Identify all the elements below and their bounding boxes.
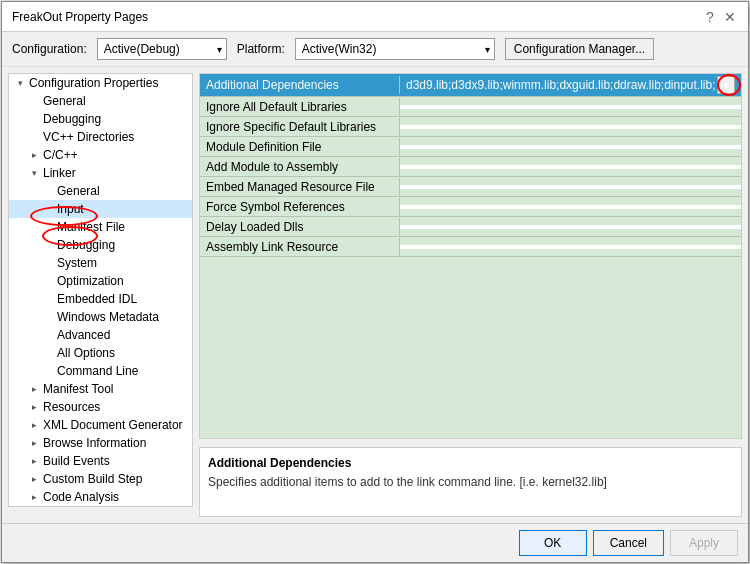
tree-label-browse-info: Browse Information [41, 436, 146, 450]
tree-label-linker-system: System [55, 256, 97, 270]
tree-item-browse-info[interactable]: ▸Browse Information [9, 434, 192, 452]
expander-browse-info[interactable]: ▸ [27, 436, 41, 450]
tree-item-xml-doc-gen[interactable]: ▸XML Document Generator [9, 416, 192, 434]
property-value-7[interactable] [400, 225, 741, 229]
expander-linker-embedded-idl [41, 292, 55, 306]
expander-manifest-tool[interactable]: ▸ [27, 382, 41, 396]
right-panel-wrapper: Additional Dependenciesd3d9.lib;d3dx9.li… [199, 73, 742, 517]
tree-label-linker: Linker [41, 166, 76, 180]
tree-item-config-properties[interactable]: ▾Configuration Properties [9, 74, 192, 92]
apply-button[interactable]: Apply [670, 530, 738, 556]
expander-linker-debugging [41, 238, 55, 252]
help-button[interactable]: ? [702, 9, 718, 25]
description-title: Additional Dependencies [208, 456, 733, 470]
configuration-value: Active(Debug) [104, 42, 180, 56]
description-text: Specifies additional items to add to the… [208, 474, 733, 491]
tree-item-linker-input[interactable]: Input [9, 200, 192, 218]
property-key-0: Additional Dependencies [200, 76, 400, 94]
tree-item-vcpp-dirs[interactable]: VC++ Directories [9, 128, 192, 146]
property-value-5[interactable] [400, 185, 741, 189]
tree-label-debugging: Debugging [41, 112, 101, 126]
tree-item-resources[interactable]: ▸Resources [9, 398, 192, 416]
properties-grid: Additional Dependenciesd3d9.lib;d3dx9.li… [199, 73, 742, 439]
tree-item-linker-debugging[interactable]: Debugging [9, 236, 192, 254]
tree-label-linker-command-line: Command Line [55, 364, 138, 378]
expander-linker-manifest [41, 220, 55, 234]
expander-linker-windows-metadata [41, 310, 55, 324]
tree-label-config-properties: Configuration Properties [27, 76, 158, 90]
tree-label-linker-windows-metadata: Windows Metadata [55, 310, 159, 324]
close-button[interactable]: ✕ [722, 9, 738, 25]
property-key-3: Module Definition File [200, 138, 400, 156]
tree-item-cpp[interactable]: ▸C/C++ [9, 146, 192, 164]
expander-xml-doc-gen[interactable]: ▸ [27, 418, 41, 432]
tree-item-linker-advanced[interactable]: Advanced [9, 326, 192, 344]
tree-item-linker-command-line[interactable]: Command Line [9, 362, 192, 380]
property-row-3[interactable]: Module Definition File [200, 137, 741, 157]
property-row-1[interactable]: Ignore All Default Libraries [200, 97, 741, 117]
tree-label-cpp: C/C++ [41, 148, 78, 162]
expander-linker-advanced [41, 328, 55, 342]
tree-item-manifest-tool[interactable]: ▸Manifest Tool [9, 380, 192, 398]
property-value-0[interactable]: d3d9.lib;d3dx9.lib;winmm.lib;dxguid.lib;… [400, 74, 741, 96]
property-dropdown-arrow-0[interactable]: ▾ [717, 76, 735, 94]
expander-cpp[interactable]: ▸ [27, 148, 41, 162]
tree-item-code-analysis[interactable]: ▸Code Analysis [9, 488, 192, 506]
property-value-8[interactable] [400, 245, 741, 249]
tree-item-linker-manifest[interactable]: Manifest File [9, 218, 192, 236]
tree-item-general[interactable]: General [9, 92, 192, 110]
tree-label-vcpp-dirs: VC++ Directories [41, 130, 134, 144]
tree-item-linker-embedded-idl[interactable]: Embedded IDL [9, 290, 192, 308]
property-value-2[interactable] [400, 125, 741, 129]
expander-resources[interactable]: ▸ [27, 400, 41, 414]
tree-item-linker-optimization[interactable]: Optimization [9, 272, 192, 290]
expander-code-analysis[interactable]: ▸ [27, 490, 41, 504]
tree-label-build-events: Build Events [41, 454, 110, 468]
property-value-6[interactable] [400, 205, 741, 209]
ok-button[interactable]: OK [519, 530, 587, 556]
tree-label-linker-debugging: Debugging [55, 238, 115, 252]
tree-label-xml-doc-gen: XML Document Generator [41, 418, 183, 432]
property-value-4[interactable] [400, 165, 741, 169]
tree-label-custom-build-step: Custom Build Step [41, 472, 142, 486]
tree-item-linker-windows-metadata[interactable]: Windows Metadata [9, 308, 192, 326]
bottom-bar: OK Cancel Apply [2, 523, 748, 562]
property-row-8[interactable]: Assembly Link Resource [200, 237, 741, 257]
expander-linker[interactable]: ▾ [27, 166, 41, 180]
property-row-4[interactable]: Add Module to Assembly [200, 157, 741, 177]
property-key-7: Delay Loaded Dlls [200, 218, 400, 236]
tree-item-linker-all-options[interactable]: All Options [9, 344, 192, 362]
cancel-button[interactable]: Cancel [593, 530, 664, 556]
tree-item-debugging[interactable]: Debugging [9, 110, 192, 128]
main-area: ▾Configuration PropertiesGeneralDebuggin… [2, 67, 748, 523]
property-row-7[interactable]: Delay Loaded Dlls [200, 217, 741, 237]
tree-label-linker-embedded-idl: Embedded IDL [55, 292, 137, 306]
expander-build-events[interactable]: ▸ [27, 454, 41, 468]
expander-linker-input [41, 202, 55, 216]
tree-label-code-analysis: Code Analysis [41, 490, 119, 504]
tree-item-linker-system[interactable]: System [9, 254, 192, 272]
property-value-3[interactable] [400, 145, 741, 149]
tree-item-linker[interactable]: ▾Linker [9, 164, 192, 182]
property-key-8: Assembly Link Resource [200, 238, 400, 256]
tree-label-resources: Resources [41, 400, 100, 414]
property-key-2: Ignore Specific Default Libraries [200, 118, 400, 136]
property-row-0[interactable]: Additional Dependenciesd3d9.lib;d3dx9.li… [200, 74, 741, 97]
configuration-dropdown[interactable]: Active(Debug) [97, 38, 227, 60]
property-row-2[interactable]: Ignore Specific Default Libraries [200, 117, 741, 137]
platform-label: Platform: [237, 42, 285, 56]
property-row-5[interactable]: Embed Managed Resource File [200, 177, 741, 197]
tree-item-linker-general[interactable]: General [9, 182, 192, 200]
property-value-1[interactable] [400, 105, 741, 109]
left-panel: ▾Configuration PropertiesGeneralDebuggin… [8, 73, 193, 507]
expander-config-properties[interactable]: ▾ [13, 76, 27, 90]
tree-label-manifest-tool: Manifest Tool [41, 382, 113, 396]
expander-general [27, 94, 41, 108]
property-row-6[interactable]: Force Symbol References [200, 197, 741, 217]
expander-custom-build-step[interactable]: ▸ [27, 472, 41, 486]
tree-item-custom-build-step[interactable]: ▸Custom Build Step [9, 470, 192, 488]
tree-item-build-events[interactable]: ▸Build Events [9, 452, 192, 470]
property-key-1: Ignore All Default Libraries [200, 98, 400, 116]
platform-dropdown[interactable]: Active(Win32) [295, 38, 495, 60]
config-manager-button[interactable]: Configuration Manager... [505, 38, 654, 60]
